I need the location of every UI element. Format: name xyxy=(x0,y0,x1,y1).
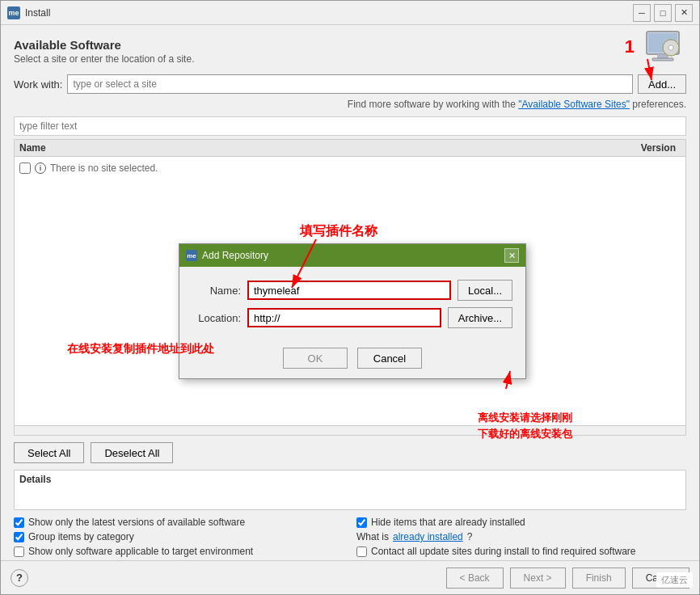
location-input[interactable] xyxy=(247,308,441,327)
work-with-label: Work with: xyxy=(14,78,62,91)
next-button[interactable]: Next > xyxy=(510,568,566,589)
table-header: Name Version xyxy=(15,140,685,157)
archive-button[interactable]: Archive... xyxy=(448,307,512,328)
work-with-row: Work with: Add... xyxy=(14,74,686,94)
show-applicable-row: Show only software applicable to target … xyxy=(14,546,344,557)
main-window: me Install ─ □ ✕ Available Software Sele… xyxy=(0,0,700,595)
already-installed-row: What is already installed ? xyxy=(356,531,686,542)
window-controls: ─ □ ✕ xyxy=(633,4,693,22)
row-text: There is no site selected. xyxy=(50,162,158,174)
location-label: Location: xyxy=(192,312,241,324)
add-repository-dialog: me Add Repository ✕ Name: Local... Locat… xyxy=(179,243,526,379)
page-title: Available Software xyxy=(14,38,686,52)
finish-button[interactable]: Finish xyxy=(572,568,626,589)
table-row: i There is no site selected. xyxy=(19,160,681,176)
bottom-bar: ? < Back Next > Finish Cancel xyxy=(1,560,699,594)
hide-installed-checkbox[interactable] xyxy=(356,517,367,528)
hide-installed-label: Hide items that are already installed xyxy=(371,517,525,528)
table-scrollbar[interactable] xyxy=(15,425,685,435)
close-button[interactable]: ✕ xyxy=(675,4,693,22)
dialog-body: Name: Local... Location: Archive... xyxy=(179,267,525,341)
col-version: Version xyxy=(600,142,681,154)
dialog-cancel-button[interactable]: Cancel xyxy=(357,348,422,369)
group-category-checkbox[interactable] xyxy=(14,532,24,542)
show-latest-checkbox[interactable] xyxy=(14,517,24,528)
back-button[interactable]: < Back xyxy=(446,568,504,589)
group-category-label: Group items by category xyxy=(28,531,134,542)
info-icon: i xyxy=(34,162,47,175)
details-label: Details xyxy=(19,474,681,485)
already-installed-link[interactable]: already installed xyxy=(393,531,463,542)
local-button[interactable]: Local... xyxy=(458,280,512,301)
help-button[interactable]: ? xyxy=(11,569,28,587)
hide-installed-row: Hide items that are already installed xyxy=(356,517,686,528)
minimize-button[interactable]: ─ xyxy=(633,4,651,22)
already-installed-suffix: ? xyxy=(467,531,473,542)
location-row: Location: Archive... xyxy=(192,307,512,328)
contact-sites-row: Contact all update sites during install … xyxy=(356,546,686,557)
group-category-row: Group items by category xyxy=(14,531,344,542)
name-row: Name: Local... xyxy=(192,280,512,301)
row-checkbox[interactable] xyxy=(19,162,31,174)
maximize-button[interactable]: □ xyxy=(654,4,672,22)
software-sites-row: Find more software by working with the "… xyxy=(14,99,686,110)
checkboxes-section: Show only the latest versions of availab… xyxy=(14,510,686,560)
add-button[interactable]: Add... xyxy=(638,74,686,94)
title-bar: me Install ─ □ ✕ xyxy=(1,1,699,25)
bottom-left: ? xyxy=(11,569,28,587)
already-installed-text: What is xyxy=(356,531,389,542)
dialog-close-button[interactable]: ✕ xyxy=(504,248,519,263)
window-title: Install xyxy=(25,7,633,19)
dialog-footer: OK Cancel xyxy=(179,341,525,378)
app-icon: me xyxy=(7,6,20,19)
software-sites-link[interactable]: "Available Software Sites" xyxy=(518,99,630,110)
details-section: Details xyxy=(14,470,686,510)
dialog-ok-button[interactable]: OK xyxy=(283,348,348,369)
software-sites-text: Find more software by working with the xyxy=(348,99,518,110)
show-applicable-checkbox[interactable] xyxy=(14,546,24,557)
select-all-button[interactable]: Select All xyxy=(14,442,84,463)
page-subtitle: Select a site or enter the location of a… xyxy=(14,53,686,65)
name-input[interactable] xyxy=(247,281,451,300)
show-latest-label: Show only the latest versions of availab… xyxy=(28,517,245,528)
work-with-input[interactable] xyxy=(67,74,633,94)
deselect-all-button[interactable]: Deselect All xyxy=(91,442,173,463)
show-latest-row: Show only the latest versions of availab… xyxy=(14,517,344,528)
select-buttons: Select All Deselect All xyxy=(14,436,686,470)
col-name: Name xyxy=(19,142,600,154)
dialog-title: Add Repository xyxy=(202,250,500,261)
name-label: Name: xyxy=(192,285,241,297)
software-sites-suffix: preferences. xyxy=(632,99,686,110)
contact-sites-checkbox[interactable] xyxy=(356,546,367,557)
dialog-title-icon: me xyxy=(186,250,197,261)
dialog-titlebar: me Add Repository ✕ xyxy=(179,244,525,267)
watermark: 亿速云 xyxy=(656,572,693,588)
filter-input[interactable] xyxy=(14,116,686,136)
contact-sites-label: Contact all update sites during install … xyxy=(371,546,636,557)
bottom-right: < Back Next > Finish Cancel xyxy=(446,568,689,589)
show-applicable-label: Show only software applicable to target … xyxy=(28,546,253,557)
